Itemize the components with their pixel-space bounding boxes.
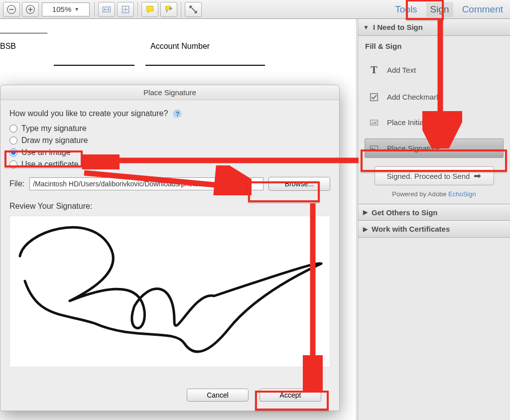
- echosign-link[interactable]: EchoSign: [448, 190, 476, 198]
- panel-section-certificates[interactable]: ▶ Work with Certificates: [358, 221, 510, 238]
- signature-preview: [9, 216, 330, 367]
- panel-header-label: Get Others to Sign: [372, 208, 438, 217]
- radio-label: Use an image: [21, 148, 71, 157]
- panel-header-label: I Need to Sign: [373, 23, 423, 31]
- cancel-button[interactable]: Cancel: [187, 389, 249, 402]
- dropdown-caret-icon: ▼: [74, 6, 79, 12]
- panel-subtitle: Fill & Sign: [365, 42, 503, 50]
- radio-input[interactable]: [9, 125, 17, 133]
- panel-item-label: Add Checkmark: [387, 93, 440, 101]
- arrow-right-icon: ➡: [474, 170, 481, 181]
- radio-draw-signature[interactable]: Draw my signature: [9, 136, 330, 145]
- radio-label: Type my signature: [21, 124, 87, 133]
- radio-input[interactable]: [9, 137, 17, 144]
- file-row: File: /Macintosh HD/Users/daliborivkovic…: [9, 177, 330, 191]
- dialog-question-row: How would you like to create your signat…: [9, 109, 330, 118]
- radio-type-signature[interactable]: Type my signature: [9, 124, 330, 133]
- signature-icon: [368, 144, 380, 152]
- review-label: Review Your Signature:: [9, 202, 330, 211]
- fit-width-icon: [102, 4, 112, 14]
- form-field: [0, 33, 47, 33]
- dialog-body: How would you like to create your signat…: [0, 100, 339, 376]
- highlighter-icon: [164, 4, 174, 14]
- field-label-account: Account Number: [150, 42, 210, 51]
- panel-item-place-signature[interactable]: Place Signature: [365, 139, 504, 158]
- dialog-button-row: Cancel Accept: [0, 389, 339, 402]
- minus-circle-icon: [6, 4, 16, 14]
- zoom-level-select[interactable]: 105% ▼: [42, 2, 90, 16]
- toolbar-divider: [181, 2, 181, 17]
- browse-button[interactable]: Browse...: [268, 177, 330, 191]
- disclosure-triangle-icon: ▶: [363, 226, 368, 233]
- svg-rect-15: [370, 146, 378, 151]
- text-icon: T: [368, 64, 380, 76]
- initials-icon: LM: [368, 119, 380, 127]
- panel-header-label: Work with Certificates: [372, 225, 450, 233]
- help-icon[interactable]: ?: [173, 109, 182, 118]
- svg-text:LM: LM: [372, 120, 377, 125]
- radio-input[interactable]: [9, 148, 17, 156]
- panel-item-place-initials[interactable]: LM Place Initials: [365, 113, 503, 132]
- panel-item-add-text[interactable]: T Add Text: [365, 59, 503, 81]
- toolbar-divider: [137, 2, 138, 17]
- sign-side-panel: ▼ I Need to Sign Fill & Sign T Add Text …: [358, 19, 510, 420]
- comment-bubble-icon: [145, 4, 155, 14]
- file-path-input[interactable]: /Macintosh HD/Users/daliborivkovic/Downl…: [29, 177, 263, 190]
- svg-line-11: [190, 6, 196, 12]
- panel-content: Fill & Sign T Add Text Add Checkmark LM …: [358, 36, 510, 204]
- file-label: File:: [9, 179, 24, 188]
- panel-item-label: Place Initials: [387, 118, 429, 127]
- radio-use-certificate[interactable]: Use a certificate: [9, 160, 330, 169]
- toolbar-divider: [94, 2, 95, 17]
- fit-page-icon: [121, 4, 130, 14]
- dialog-question: How would you like to create your signat…: [9, 109, 168, 118]
- panel-item-label: Add Text: [387, 66, 416, 74]
- proceed-to-send-button[interactable]: Signed. Proceed to Send ➡: [375, 166, 494, 185]
- menu-sign[interactable]: Sign: [426, 2, 453, 17]
- menu-comment[interactable]: Comment: [458, 2, 507, 17]
- form-field: [54, 65, 134, 66]
- disclosure-triangle-icon: ▶: [363, 209, 368, 216]
- radio-use-image[interactable]: Use an image: [9, 148, 330, 157]
- sticky-note-button[interactable]: [141, 2, 158, 17]
- fullscreen-button[interactable]: [185, 2, 202, 17]
- panel-section-get-others[interactable]: ▶ Get Others to Sign: [358, 204, 510, 221]
- radio-label: Draw my signature: [21, 136, 88, 145]
- menu-tools[interactable]: Tools: [391, 2, 421, 17]
- signature-image: [10, 216, 331, 368]
- radio-label: Use a certificate: [21, 160, 79, 169]
- field-label-bsb: BSB: [0, 42, 16, 51]
- radio-input[interactable]: [9, 160, 17, 168]
- toolbar-right-menus: Tools Sign Comment: [391, 0, 507, 18]
- fit-page-button[interactable]: [117, 2, 134, 17]
- powered-by-text: Powered by Adobe EchoSign: [365, 190, 503, 198]
- highlight-button[interactable]: [160, 2, 177, 17]
- plus-circle-icon: [25, 4, 35, 14]
- dialog-title: Place Signature: [0, 85, 339, 100]
- zoom-value: 105%: [52, 5, 71, 13]
- panel-item-label: Place Signature: [387, 144, 440, 152]
- checkmark-icon: [368, 93, 380, 101]
- svg-rect-12: [371, 93, 378, 100]
- accept-button[interactable]: Accept: [259, 389, 321, 402]
- proceed-label: Signed. Proceed to Send: [387, 172, 470, 180]
- place-signature-dialog: Place Signature How would you like to cr…: [0, 85, 340, 411]
- panel-section-need-to-sign[interactable]: ▼ I Need to Sign: [358, 19, 510, 36]
- main-toolbar: 105% ▼ Tools Sign Comment: [0, 0, 510, 19]
- fit-width-button[interactable]: [98, 2, 115, 17]
- panel-item-add-checkmark[interactable]: Add Checkmark: [365, 88, 503, 106]
- disclosure-triangle-icon: ▼: [363, 24, 369, 31]
- zoom-in-button[interactable]: [22, 2, 39, 17]
- expand-icon: [188, 4, 198, 14]
- form-field: [145, 65, 265, 66]
- zoom-out-button[interactable]: [3, 2, 20, 17]
